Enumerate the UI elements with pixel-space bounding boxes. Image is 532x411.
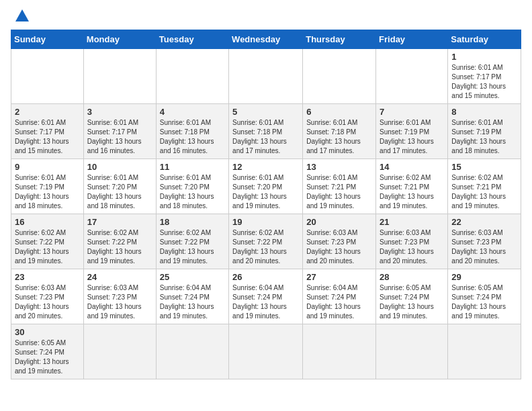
calendar-cell: 1Sunrise: 6:01 AM Sunset: 7:17 PM Daylig…	[448, 49, 521, 104]
calendar-cell	[376, 49, 448, 104]
day-number: 8	[451, 107, 517, 117]
day-info: Sunrise: 6:01 AM Sunset: 7:20 PM Dayligh…	[87, 173, 152, 211]
calendar-week-row: 1Sunrise: 6:01 AM Sunset: 7:17 PM Daylig…	[11, 49, 521, 104]
calendar-cell: 14Sunrise: 6:02 AM Sunset: 7:21 PM Dayli…	[376, 159, 448, 214]
page-header	[11, 11, 521, 21]
calendar-cell: 24Sunrise: 6:03 AM Sunset: 7:23 PM Dayli…	[83, 269, 156, 324]
day-info: Sunrise: 6:04 AM Sunset: 7:24 PM Dayligh…	[232, 283, 299, 321]
day-info: Sunrise: 6:01 AM Sunset: 7:19 PM Dayligh…	[451, 118, 517, 156]
calendar-cell: 19Sunrise: 6:02 AM Sunset: 7:22 PM Dayli…	[229, 214, 303, 269]
weekday-header-wednesday: Wednesday	[229, 30, 303, 49]
day-info: Sunrise: 6:01 AM Sunset: 7:19 PM Dayligh…	[380, 118, 444, 156]
day-number: 15	[451, 162, 517, 172]
day-info: Sunrise: 6:02 AM Sunset: 7:22 PM Dayligh…	[160, 228, 225, 266]
day-number: 14	[380, 162, 444, 172]
day-info: Sunrise: 6:05 AM Sunset: 7:24 PM Dayligh…	[451, 283, 517, 321]
day-info: Sunrise: 6:03 AM Sunset: 7:23 PM Dayligh…	[380, 228, 444, 266]
day-number: 18	[160, 217, 225, 227]
calendar-cell: 12Sunrise: 6:01 AM Sunset: 7:20 PM Dayli…	[229, 159, 303, 214]
day-info: Sunrise: 6:04 AM Sunset: 7:24 PM Dayligh…	[306, 283, 372, 321]
calendar-cell: 8Sunrise: 6:01 AM Sunset: 7:19 PM Daylig…	[448, 104, 521, 159]
day-number: 1	[451, 52, 517, 62]
calendar-cell: 13Sunrise: 6:01 AM Sunset: 7:21 PM Dayli…	[303, 159, 376, 214]
day-number: 4	[160, 107, 225, 117]
calendar-cell	[376, 324, 448, 379]
calendar-cell	[83, 49, 156, 104]
day-number: 10	[87, 162, 152, 172]
day-number: 28	[380, 272, 444, 282]
day-info: Sunrise: 6:05 AM Sunset: 7:24 PM Dayligh…	[380, 283, 444, 321]
day-number: 22	[451, 217, 517, 227]
day-info: Sunrise: 6:02 AM Sunset: 7:22 PM Dayligh…	[87, 228, 152, 266]
calendar-cell: 5Sunrise: 6:01 AM Sunset: 7:18 PM Daylig…	[229, 104, 303, 159]
day-info: Sunrise: 6:02 AM Sunset: 7:21 PM Dayligh…	[380, 173, 444, 211]
calendar-cell: 21Sunrise: 6:03 AM Sunset: 7:23 PM Dayli…	[376, 214, 448, 269]
day-number: 26	[232, 272, 299, 282]
calendar-cell: 9Sunrise: 6:01 AM Sunset: 7:19 PM Daylig…	[11, 159, 84, 214]
day-info: Sunrise: 6:01 AM Sunset: 7:18 PM Dayligh…	[160, 118, 225, 156]
calendar-cell: 4Sunrise: 6:01 AM Sunset: 7:18 PM Daylig…	[156, 104, 228, 159]
calendar-week-row: 30Sunrise: 6:05 AM Sunset: 7:24 PM Dayli…	[11, 324, 521, 379]
day-number: 24	[87, 272, 152, 282]
calendar-cell: 17Sunrise: 6:02 AM Sunset: 7:22 PM Dayli…	[83, 214, 156, 269]
weekday-header-saturday: Saturday	[448, 30, 521, 49]
calendar-cell	[229, 324, 303, 379]
calendar-week-row: 16Sunrise: 6:02 AM Sunset: 7:22 PM Dayli…	[11, 214, 521, 269]
day-info: Sunrise: 6:01 AM Sunset: 7:18 PM Dayligh…	[232, 118, 299, 156]
day-number: 5	[232, 107, 299, 117]
calendar-cell	[156, 49, 228, 104]
calendar-cell: 27Sunrise: 6:04 AM Sunset: 7:24 PM Dayli…	[303, 269, 376, 324]
logo-triangle-icon	[15, 9, 29, 21]
calendar-week-row: 9Sunrise: 6:01 AM Sunset: 7:19 PM Daylig…	[11, 159, 521, 214]
day-number: 11	[160, 162, 225, 172]
day-info: Sunrise: 6:01 AM Sunset: 7:19 PM Dayligh…	[15, 173, 80, 211]
day-number: 25	[160, 272, 225, 282]
day-info: Sunrise: 6:01 AM Sunset: 7:17 PM Dayligh…	[451, 63, 517, 101]
calendar-cell: 15Sunrise: 6:02 AM Sunset: 7:21 PM Dayli…	[448, 159, 521, 214]
calendar-week-row: 2Sunrise: 6:01 AM Sunset: 7:17 PM Daylig…	[11, 104, 521, 159]
calendar-cell	[11, 49, 84, 104]
day-info: Sunrise: 6:01 AM Sunset: 7:17 PM Dayligh…	[87, 118, 152, 156]
calendar-cell: 11Sunrise: 6:01 AM Sunset: 7:20 PM Dayli…	[156, 159, 228, 214]
calendar-cell	[83, 324, 156, 379]
calendar-cell	[229, 49, 303, 104]
day-number: 17	[87, 217, 152, 227]
day-number: 2	[15, 107, 80, 117]
calendar-cell: 23Sunrise: 6:03 AM Sunset: 7:23 PM Dayli…	[11, 269, 84, 324]
day-info: Sunrise: 6:01 AM Sunset: 7:20 PM Dayligh…	[232, 173, 299, 211]
calendar-cell: 18Sunrise: 6:02 AM Sunset: 7:22 PM Dayli…	[156, 214, 228, 269]
day-number: 23	[15, 272, 80, 282]
weekday-header-monday: Monday	[83, 30, 156, 49]
day-number: 21	[380, 217, 444, 227]
calendar-table: SundayMondayTuesdayWednesdayThursdayFrid…	[11, 30, 521, 379]
day-info: Sunrise: 6:01 AM Sunset: 7:18 PM Dayligh…	[306, 118, 372, 156]
calendar-cell: 30Sunrise: 6:05 AM Sunset: 7:24 PM Dayli…	[11, 324, 84, 379]
weekday-header-row: SundayMondayTuesdayWednesdayThursdayFrid…	[11, 30, 521, 49]
day-info: Sunrise: 6:01 AM Sunset: 7:20 PM Dayligh…	[160, 173, 225, 211]
weekday-header-friday: Friday	[376, 30, 448, 49]
day-info: Sunrise: 6:02 AM Sunset: 7:22 PM Dayligh…	[15, 228, 80, 266]
day-number: 6	[306, 107, 372, 117]
calendar-cell: 29Sunrise: 6:05 AM Sunset: 7:24 PM Dayli…	[448, 269, 521, 324]
calendar-cell: 7Sunrise: 6:01 AM Sunset: 7:19 PM Daylig…	[376, 104, 448, 159]
day-info: Sunrise: 6:02 AM Sunset: 7:21 PM Dayligh…	[451, 173, 517, 211]
day-info: Sunrise: 6:01 AM Sunset: 7:17 PM Dayligh…	[15, 118, 80, 156]
calendar-cell: 20Sunrise: 6:03 AM Sunset: 7:23 PM Dayli…	[303, 214, 376, 269]
logo	[11, 11, 29, 21]
day-number: 29	[451, 272, 517, 282]
day-info: Sunrise: 6:01 AM Sunset: 7:21 PM Dayligh…	[306, 173, 372, 211]
calendar-cell: 6Sunrise: 6:01 AM Sunset: 7:18 PM Daylig…	[303, 104, 376, 159]
day-number: 19	[232, 217, 299, 227]
weekday-header-sunday: Sunday	[11, 30, 84, 49]
day-info: Sunrise: 6:03 AM Sunset: 7:23 PM Dayligh…	[451, 228, 517, 266]
day-number: 7	[380, 107, 444, 117]
day-info: Sunrise: 6:03 AM Sunset: 7:23 PM Dayligh…	[87, 283, 152, 321]
calendar-cell: 25Sunrise: 6:04 AM Sunset: 7:24 PM Dayli…	[156, 269, 228, 324]
day-info: Sunrise: 6:05 AM Sunset: 7:24 PM Dayligh…	[15, 338, 80, 376]
day-number: 16	[15, 217, 80, 227]
calendar-cell	[156, 324, 228, 379]
day-number: 9	[15, 162, 80, 172]
day-info: Sunrise: 6:02 AM Sunset: 7:22 PM Dayligh…	[232, 228, 299, 266]
calendar-cell: 2Sunrise: 6:01 AM Sunset: 7:17 PM Daylig…	[11, 104, 84, 159]
calendar-cell	[448, 324, 521, 379]
